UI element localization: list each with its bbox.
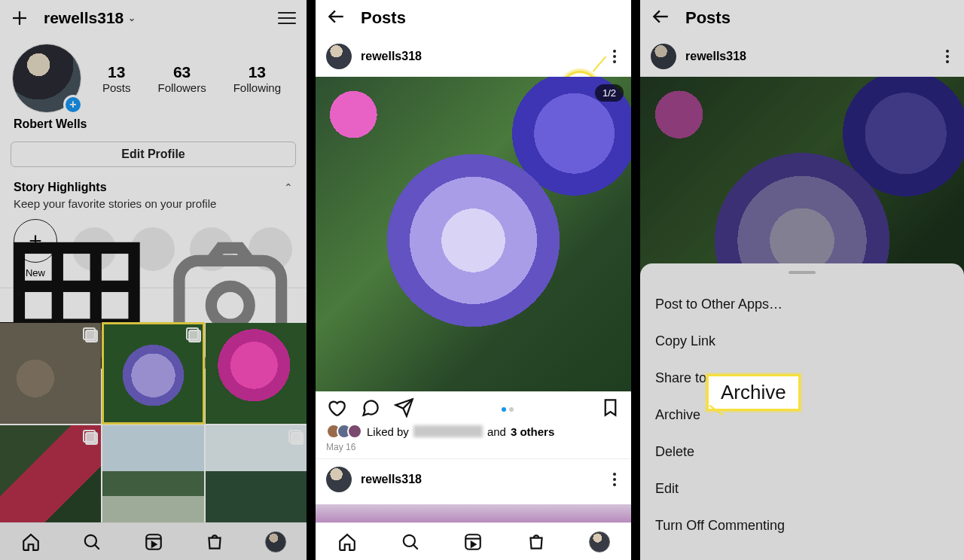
following-label: Following (233, 81, 281, 94)
menu-share-to[interactable]: Share to… (640, 360, 964, 397)
stat-following[interactable]: 13 Following (233, 63, 281, 94)
followers-label: Followers (157, 81, 206, 94)
carousel-pager (428, 407, 587, 412)
bottom-nav (0, 522, 307, 560)
back-icon[interactable] (326, 7, 346, 29)
menu-turn-off-commenting[interactable]: Turn Off Commenting (640, 507, 964, 544)
shop-icon[interactable] (184, 523, 245, 560)
redacted-name (413, 425, 483, 437)
back-icon[interactable] (651, 7, 670, 29)
menu-post-other-apps[interactable]: Post to Other Apps… (640, 286, 964, 323)
multi-photo-icon (288, 430, 302, 443)
svg-rect-11 (146, 534, 161, 549)
svg-line-17 (413, 544, 417, 549)
shop-icon[interactable] (505, 523, 568, 560)
chevron-down-icon: ⌄ (128, 13, 136, 23)
menu-edit[interactable]: Edit (640, 470, 964, 507)
multi-photo-icon (83, 327, 96, 341)
save-icon[interactable] (600, 397, 621, 421)
tagged-tab[interactable] (154, 288, 307, 323)
liked-by-prefix: Liked by (367, 425, 409, 438)
post-avatar[interactable] (326, 467, 352, 492)
menu-archive[interactable]: Archive (640, 397, 964, 434)
liked-by-and: and (487, 425, 506, 438)
post-thumb[interactable] (0, 425, 101, 526)
stat-posts[interactable]: 13 Posts (102, 63, 131, 94)
highlights-subtitle: Keep your favorite stories on your profi… (0, 197, 307, 219)
options-sheet: Post to Other Apps… Copy Link Share to… … (640, 263, 964, 560)
reels-icon[interactable] (442, 523, 505, 560)
profile-nav-icon[interactable] (568, 523, 631, 560)
page-title: Posts (685, 8, 731, 28)
image-counter: 1/2 (595, 84, 624, 102)
svg-point-16 (403, 534, 414, 546)
stat-followers[interactable]: 63 Followers (157, 63, 206, 94)
create-icon[interactable] (11, 9, 29, 27)
likes-row[interactable]: Liked by and 3 others (316, 424, 631, 440)
post-detail-screen: Posts rewells318 1/2 Liked by and 3 othe… (316, 0, 640, 560)
like-icon[interactable] (326, 397, 346, 421)
post-thumb[interactable] (0, 323, 101, 424)
menu-delete[interactable]: Delete (640, 434, 964, 470)
post-menu-screen: Posts rewells318 Post to Other Apps… Cop… (640, 0, 964, 560)
username-dropdown[interactable]: rewells318 ⌄ (44, 9, 136, 27)
svg-point-9 (85, 534, 96, 546)
page-title: Posts (361, 8, 406, 28)
search-icon[interactable] (61, 523, 122, 560)
sheet-handle[interactable] (789, 271, 816, 274)
more-options-icon[interactable] (941, 45, 953, 68)
home-icon[interactable] (0, 523, 61, 560)
full-name: Robert Wells (0, 117, 307, 142)
edit-profile-button[interactable]: Edit Profile (11, 142, 296, 167)
svg-rect-18 (466, 534, 481, 549)
menu-copy-link[interactable]: Copy Link (640, 323, 964, 360)
avatar[interactable]: + (12, 44, 81, 113)
following-count: 13 (233, 63, 281, 81)
chevron-up-icon[interactable]: ⌃ (284, 181, 293, 193)
next-post-peek (316, 504, 631, 522)
svg-line-10 (95, 544, 99, 549)
post-date: May 16 (316, 440, 631, 458)
more-options-icon[interactable] (609, 468, 621, 491)
bottom-nav (316, 522, 631, 560)
comment-icon[interactable] (360, 397, 380, 421)
menu-icon[interactable] (278, 12, 296, 24)
post-thumb[interactable] (102, 425, 203, 526)
more-options-icon[interactable] (609, 45, 621, 68)
post-thumb[interactable] (206, 323, 307, 424)
grid-tab[interactable] (0, 288, 154, 323)
add-story-icon[interactable]: + (63, 95, 83, 114)
search-icon[interactable] (379, 523, 442, 560)
highlights-title: Story Highlights (14, 181, 107, 194)
posts-count: 13 (102, 63, 131, 81)
home-icon[interactable] (316, 523, 379, 560)
post-thumb[interactable] (102, 323, 203, 424)
posts-grid (0, 323, 307, 527)
callout-archive-label: Archive (706, 374, 801, 411)
username-label: rewells318 (44, 9, 124, 27)
multi-photo-icon (83, 430, 96, 443)
posts-label: Posts (102, 81, 131, 94)
multi-photo-icon (186, 327, 200, 341)
post-image[interactable]: 1/2 (316, 77, 631, 391)
svg-point-8 (211, 287, 249, 325)
post-username[interactable]: rewells318 (361, 473, 422, 486)
post-avatar[interactable] (326, 44, 352, 69)
share-icon[interactable] (394, 397, 414, 421)
reels-icon[interactable] (123, 523, 184, 560)
post-avatar[interactable] (651, 44, 676, 69)
liked-by-others: 3 others (511, 425, 554, 438)
profile-screen: rewells318 ⌄ + 13 Posts 63 Followers 13 … (0, 0, 316, 560)
like-avatars (326, 424, 362, 439)
followers-count: 63 (157, 63, 206, 81)
profile-nav-icon[interactable] (246, 523, 307, 560)
post-thumb[interactable] (206, 425, 307, 526)
post-username[interactable]: rewells318 (685, 50, 746, 63)
post-username[interactable]: rewells318 (361, 50, 422, 63)
